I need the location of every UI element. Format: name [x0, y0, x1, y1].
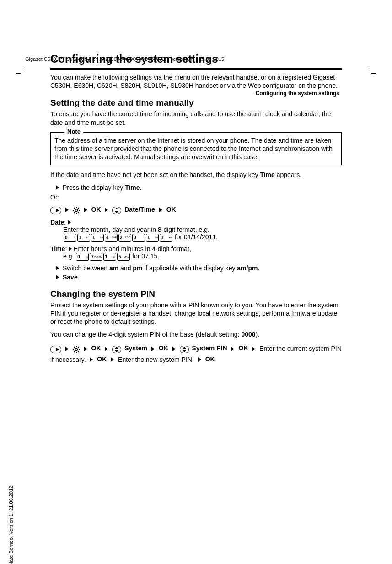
svg-marker-22	[56, 275, 59, 279]
nav-right-icon	[50, 345, 63, 352]
svg-marker-40	[151, 347, 155, 351]
note-label: Note	[64, 128, 83, 135]
keycap: 1ao	[91, 234, 104, 242]
nav-updown-icon	[112, 345, 123, 352]
system-pin-para1: Protect the system settings of your phon…	[50, 301, 342, 326]
nav-updown-icon	[180, 345, 191, 352]
svg-marker-21	[56, 266, 59, 270]
nav-updown-icon	[112, 206, 123, 213]
arrow-icon	[69, 245, 72, 252]
arrow-icon	[151, 347, 155, 351]
svg-marker-16	[115, 208, 118, 209]
section-date-time-title: Setting the date and time manually	[50, 98, 342, 108]
svg-marker-44	[183, 350, 186, 352]
gear-icon	[73, 345, 82, 352]
svg-marker-43	[183, 347, 186, 349]
arrow-icon	[56, 184, 59, 191]
arrow-icon	[172, 347, 176, 351]
svg-line-12	[74, 212, 75, 213]
arrow-icon	[105, 347, 108, 351]
gear-icon	[73, 206, 82, 213]
save-item: Save	[56, 274, 342, 281]
svg-marker-18	[159, 208, 162, 212]
keycap-sequence-time: 0⌂7PQRS1ao5JKL	[75, 252, 130, 260]
svg-line-9	[74, 208, 75, 209]
arrow-icon	[111, 357, 114, 362]
svg-marker-14	[105, 208, 108, 212]
section-system-pin-title: Changing the system PIN	[50, 289, 342, 299]
svg-marker-47	[90, 357, 93, 362]
svg-marker-45	[231, 347, 234, 351]
svg-marker-0	[56, 185, 59, 190]
arrow-icon	[56, 264, 59, 272]
keycap: 4GHI	[105, 234, 118, 242]
arrow-icon	[231, 347, 234, 351]
nav-right-icon	[50, 206, 63, 213]
note-body: The address of a time server on the Inte…	[54, 134, 338, 161]
arrow-icon	[90, 357, 93, 362]
svg-marker-2	[56, 209, 59, 212]
note-box: Note The address of a time server on the…	[50, 132, 342, 166]
arrow-icon	[84, 208, 87, 212]
svg-rect-23	[51, 346, 61, 353]
svg-line-32	[78, 351, 79, 352]
keycap: 1ao	[146, 234, 159, 242]
svg-line-33	[78, 347, 79, 348]
arrow-icon	[252, 347, 255, 351]
svg-point-4	[75, 209, 77, 211]
arrow-icon	[65, 347, 69, 351]
time-block: Time: Enter hours and minutes in 4-digit…	[50, 245, 342, 261]
svg-marker-39	[115, 350, 118, 352]
keycap: 7PQRS	[90, 253, 102, 261]
arrow-icon	[56, 274, 59, 281]
nav-path-date-time: OK Date/Time OK	[50, 204, 342, 216]
svg-line-34	[74, 351, 75, 352]
svg-line-11	[78, 208, 79, 209]
date-block: Date: Enter the month, day and year in 8…	[50, 219, 342, 242]
document-path-header: Gigaset C530 IP / LUG - USA en / A31008-…	[25, 56, 224, 62]
svg-line-10	[78, 212, 79, 213]
svg-marker-3	[65, 208, 69, 212]
svg-marker-49	[198, 357, 201, 362]
arrow-icon	[159, 208, 162, 212]
svg-marker-20	[69, 247, 72, 251]
arrow-icon	[65, 208, 69, 212]
svg-point-26	[75, 348, 77, 350]
date-time-intro: To ensure you have the correct time for …	[50, 110, 342, 126]
keycap: 0⌂	[64, 234, 76, 242]
svg-marker-41	[172, 347, 176, 351]
svg-rect-1	[51, 207, 61, 214]
svg-marker-36	[105, 347, 108, 351]
arrow-icon	[198, 357, 201, 362]
nav-path-system-pin: OK System OK System PIN OK Enter the cur…	[50, 343, 342, 365]
system-pin-para2: You can change the 4-digit system PIN of…	[50, 330, 342, 338]
intro-paragraph: You can make the following settings via …	[50, 73, 342, 90]
svg-marker-17	[115, 211, 118, 213]
switch-ampm-item: Switch between am and pm if applicable w…	[56, 264, 342, 272]
template-version-side: Template Borneo, Version 1, 21.06.2012	[8, 486, 14, 564]
title-rule	[50, 68, 342, 70]
keycap: 5JKL	[117, 253, 130, 261]
keycap-sequence-date: 0⌂1ao1ao4GHI2ABC0⌂1ao1ao	[63, 233, 173, 241]
keycap: 0⌂	[132, 234, 145, 242]
or-label: Or:	[50, 193, 342, 201]
arrow-icon	[84, 347, 87, 351]
svg-marker-38	[115, 347, 118, 349]
svg-marker-25	[65, 347, 69, 351]
running-header: Configuring the system settings	[256, 90, 339, 97]
svg-marker-24	[56, 348, 59, 351]
keycap: 1ao	[103, 253, 116, 261]
display-key-line: If the date and time have not yet been s…	[50, 171, 342, 179]
keycap: 0⌂	[76, 253, 89, 261]
keycap: 1ao	[160, 234, 172, 242]
svg-line-31	[74, 347, 75, 348]
svg-marker-19	[68, 220, 71, 225]
press-time-item: Press the display key Time.	[56, 184, 342, 191]
keycap: 2ABC	[118, 234, 131, 242]
svg-marker-13	[84, 208, 87, 212]
svg-marker-35	[84, 347, 87, 351]
svg-marker-48	[111, 357, 114, 362]
svg-marker-46	[252, 347, 255, 351]
arrow-icon	[68, 219, 71, 226]
keycap: 1ao	[77, 234, 90, 242]
